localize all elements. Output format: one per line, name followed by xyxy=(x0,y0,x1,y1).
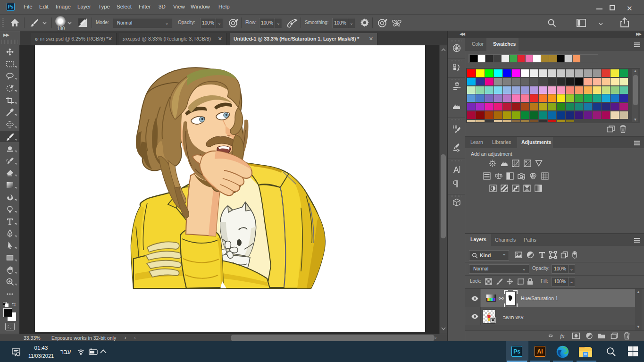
svg-text:fx: fx xyxy=(560,332,565,339)
